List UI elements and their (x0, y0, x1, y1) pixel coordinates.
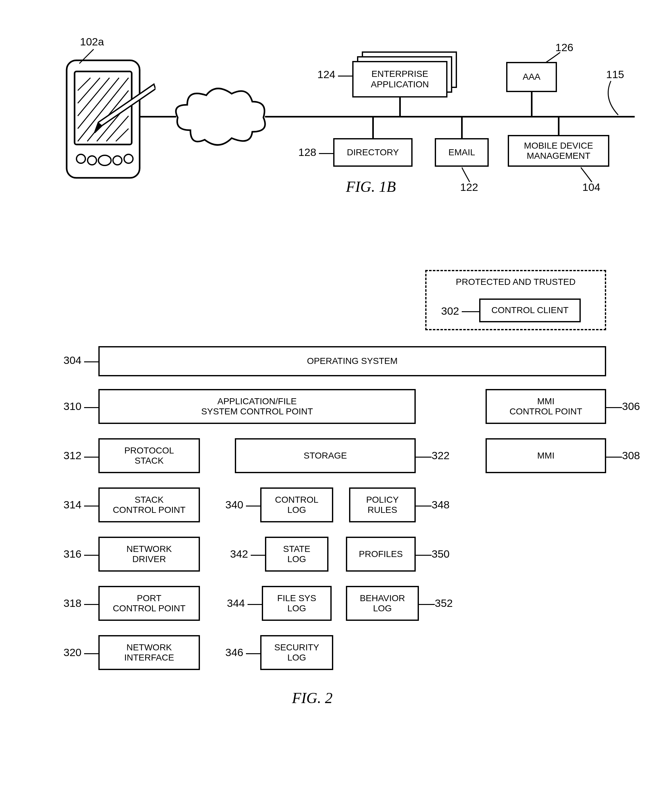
ref-316: 316 (63, 548, 81, 560)
leader-308 (606, 457, 622, 458)
operating-system-box: OPERATING SYSTEM (98, 346, 606, 376)
ref-312: 312 (63, 449, 81, 462)
profiles-box: PROFILES (346, 537, 416, 572)
leader-312 (84, 457, 98, 458)
svg-point-12 (88, 156, 97, 165)
protocol-stack-box: PROTOCOL STACK (98, 438, 200, 473)
email-drop (461, 117, 463, 139)
ref-340: 340 (225, 499, 243, 511)
leader-352 (419, 604, 435, 605)
ref-350: 350 (432, 548, 450, 560)
leader-348 (416, 505, 432, 507)
protected-trusted-label: PROTECTED AND TRUSTED (456, 277, 576, 287)
leader-314 (84, 505, 98, 507)
pda-cloud-link (140, 116, 176, 117)
fig-1b-label: FIG. 1B (346, 178, 396, 195)
control-log-box: CONTROL LOG (260, 487, 333, 522)
ref-308: 308 (622, 449, 640, 462)
leader-304 (84, 361, 98, 362)
enterprise-drop (399, 97, 401, 117)
svg-point-14 (113, 156, 122, 165)
leader-302 (462, 311, 479, 312)
ref-306: 306 (622, 400, 640, 413)
storage-box: STORAGE (235, 438, 416, 473)
pda-device-icon (54, 54, 155, 187)
ref-314: 314 (63, 499, 81, 511)
leader-316 (84, 555, 98, 556)
aaa-drop (531, 92, 532, 117)
ref-322: 322 (432, 449, 450, 462)
leader-322 (416, 457, 432, 458)
svg-point-13 (98, 155, 111, 165)
enterprise-application-box: ENTERPRISE APPLICATION (352, 61, 447, 97)
directory-box: DIRECTORY (333, 138, 412, 167)
aaa-box: AAA (506, 62, 557, 92)
leader-310 (84, 407, 98, 408)
policy-rules-box: POLICY RULES (349, 487, 416, 522)
leader-344 (248, 604, 262, 605)
email-box: EMAIL (435, 138, 489, 167)
leader-126 (543, 51, 565, 65)
mmi-cp-box: MMI CONTROL POINT (486, 389, 606, 424)
port-cp-box: PORT CONTROL POINT (98, 586, 200, 621)
leader-350 (416, 555, 432, 556)
leader-124 (338, 75, 352, 77)
ref-318: 318 (63, 597, 81, 609)
svg-point-11 (77, 154, 85, 163)
ref-348: 348 (432, 499, 450, 511)
leader-128 (319, 153, 333, 154)
ref-304: 304 (63, 354, 81, 367)
stack-cp-box: STACK CONTROL POINT (98, 487, 200, 522)
directory-drop (372, 117, 374, 139)
leader-340 (246, 505, 260, 507)
leader-104 (581, 167, 600, 184)
cloud-bus-link (265, 116, 298, 117)
svg-point-15 (124, 154, 133, 163)
network-bus (298, 116, 635, 117)
leader-102a (76, 48, 105, 67)
leader-346 (246, 653, 260, 654)
mmi-box: MMI (486, 438, 606, 473)
leader-318 (84, 604, 98, 605)
network-driver-box: NETWORK DRIVER (98, 537, 200, 572)
leader-122 (462, 167, 478, 184)
fig-2-label: FIG. 2 (292, 689, 332, 707)
ref-310: 310 (63, 400, 81, 413)
ref-124: 124 (317, 68, 335, 81)
leader-306 (606, 407, 622, 408)
leader-115 (593, 79, 625, 117)
network-interface-box: NETWORK INTERFACE (98, 635, 200, 670)
leader-342 (251, 555, 265, 556)
mdm-drop (558, 117, 560, 136)
ref-320: 320 (63, 646, 81, 659)
security-log-box: SECURITY LOG (260, 635, 333, 670)
file-sys-log-box: FILE SYS LOG (262, 586, 332, 621)
mdm-box: MOBILE DEVICE MANAGEMENT (508, 135, 609, 167)
ref-102a: 102a (80, 35, 104, 48)
ref-128: 128 (298, 146, 317, 159)
ref-342: 342 (230, 548, 248, 560)
state-log-box: STATE LOG (265, 537, 329, 572)
ref-344: 344 (227, 597, 245, 609)
behavior-log-box: BEHAVIOR LOG (346, 586, 419, 621)
app-file-cp-box: APPLICATION/FILE SYSTEM CONTROL POINT (98, 389, 416, 424)
ref-115: 115 (606, 68, 624, 81)
leader-320 (84, 653, 98, 654)
ref-346: 346 (225, 646, 243, 659)
cloud-icon (171, 83, 270, 153)
ref-352: 352 (435, 597, 453, 609)
ref-302: 302 (441, 305, 459, 317)
control-client-box: CONTROL CLIENT (479, 299, 581, 322)
